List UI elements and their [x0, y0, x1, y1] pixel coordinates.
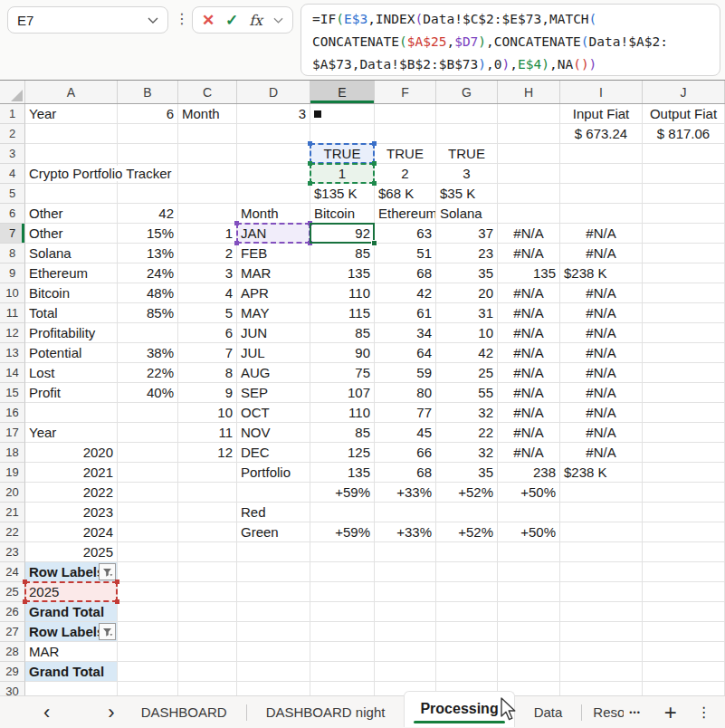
cell-D22[interactable]: Green [237, 522, 310, 542]
cell-F23[interactable] [375, 542, 436, 562]
cell-E21[interactable] [310, 503, 375, 522]
cell-D10[interactable]: APR [237, 283, 310, 303]
cell-B20[interactable] [118, 483, 178, 503]
cell-F3[interactable]: TRUE [375, 144, 436, 164]
cell-I30[interactable] [560, 682, 643, 695]
cell-F20[interactable]: +33% [375, 483, 436, 503]
cell-D29[interactable] [237, 662, 310, 682]
cell-A5[interactable] [25, 184, 118, 204]
cell-J18[interactable] [643, 443, 725, 463]
cell-I26[interactable] [560, 602, 643, 622]
row-header-15[interactable]: 15 [0, 383, 25, 403]
cell-J28[interactable] [643, 642, 725, 662]
row-header-30[interactable]: 30 [0, 682, 25, 695]
cell-D13[interactable]: JUL [237, 343, 310, 363]
row-header-6[interactable]: 6 [0, 204, 25, 224]
name-box-dropdown-icon[interactable] [148, 17, 158, 24]
cell-I3[interactable] [560, 144, 643, 164]
cell-B16[interactable] [118, 403, 178, 423]
cell-B11[interactable]: 85% [118, 303, 178, 323]
cell-H14[interactable]: #N/A [498, 363, 560, 383]
cell-B17[interactable] [118, 423, 178, 443]
cell-A3[interactable] [25, 144, 118, 164]
cell-F15[interactable]: 80 [375, 383, 436, 403]
cell-H28[interactable] [498, 642, 560, 662]
cell-G5[interactable]: $35 K [436, 184, 498, 204]
cell-D19[interactable]: Portfolio [237, 463, 310, 483]
cell-H7[interactable]: #N/A [498, 224, 560, 244]
cell-J20[interactable] [643, 483, 725, 503]
fill-handle[interactable] [371, 240, 377, 246]
row-header-13[interactable]: 13 [0, 343, 25, 363]
cell-J10[interactable] [643, 283, 725, 303]
sheet-tab-resou[interactable]: Resou [582, 696, 624, 728]
cell-G28[interactable] [436, 642, 498, 662]
cell-A16[interactable] [25, 403, 118, 423]
cell-E16[interactable]: 110 [310, 403, 375, 423]
row-header-26[interactable]: 26 [0, 602, 25, 622]
cell-B29[interactable] [118, 662, 178, 682]
cell-H8[interactable]: #N/A [498, 244, 560, 263]
cell-I16[interactable]: #N/A [560, 403, 643, 423]
cell-F7[interactable]: 63 [375, 224, 436, 244]
cell-J21[interactable] [643, 503, 725, 522]
cell-F14[interactable]: 59 [375, 363, 436, 383]
cell-G23[interactable] [436, 542, 498, 562]
cell-D1[interactable]: 3 [237, 104, 310, 124]
cell-B5[interactable] [118, 184, 178, 204]
cell-B21[interactable] [118, 503, 178, 522]
cell-D3[interactable] [237, 144, 310, 164]
cell-J17[interactable] [643, 423, 725, 443]
cell-A28[interactable]: MAR [25, 642, 118, 662]
add-sheet-icon[interactable]: + [664, 700, 677, 725]
cell-I25[interactable] [560, 582, 643, 602]
cell-E13[interactable]: 90 [310, 343, 375, 363]
cell-B15[interactable]: 40% [118, 383, 178, 403]
cell-D5[interactable] [237, 184, 310, 204]
sheet-tab-processing[interactable]: Processing [404, 691, 514, 727]
cell-E2[interactable] [310, 124, 375, 144]
cell-D27[interactable] [237, 622, 310, 642]
cell-J2[interactable]: $ 817.06 [643, 124, 725, 144]
cell-G6[interactable]: Solana [436, 204, 498, 224]
cell-I21[interactable] [560, 503, 643, 522]
cell-C29[interactable] [178, 662, 237, 682]
column-header-B[interactable]: B [118, 81, 178, 103]
cell-C3[interactable] [178, 144, 237, 164]
cell-A1[interactable]: Year [25, 104, 118, 124]
cell-E5[interactable]: $135 K [310, 184, 375, 204]
cell-H6[interactable] [498, 204, 560, 224]
row-header-8[interactable]: 8 [0, 244, 25, 263]
cell-F9[interactable]: 68 [375, 263, 436, 283]
cell-H22[interactable]: +50% [498, 522, 560, 542]
cell-C28[interactable] [178, 642, 237, 662]
cell-B13[interactable]: 38% [118, 343, 178, 363]
cell-B14[interactable]: 22% [118, 363, 178, 383]
cell-J25[interactable] [643, 582, 725, 602]
cell-D24[interactable] [237, 562, 310, 582]
row-header-1[interactable]: 1 [0, 104, 25, 124]
cell-F12[interactable]: 34 [375, 323, 436, 343]
cell-A4[interactable]: Crypto Portfolio Tracker [25, 164, 118, 184]
cell-G27[interactable] [436, 622, 498, 642]
cell-G8[interactable]: 23 [436, 244, 498, 263]
cell-E14[interactable]: 75 [310, 363, 375, 383]
cell-I28[interactable] [560, 642, 643, 662]
cell-E27[interactable] [310, 622, 375, 642]
cell-F13[interactable]: 64 [375, 343, 436, 363]
cell-B1[interactable]: 6 [118, 104, 178, 124]
cell-J5[interactable] [643, 184, 725, 204]
cell-D30[interactable] [237, 682, 310, 695]
row-header-23[interactable]: 23 [0, 542, 25, 562]
cell-C19[interactable] [178, 463, 237, 483]
cell-E12[interactable]: 85 [310, 323, 375, 343]
cell-D20[interactable] [237, 483, 310, 503]
cell-C9[interactable]: 3 [178, 263, 237, 283]
more-sheets-icon[interactable]: ••• [629, 708, 640, 717]
cell-G3[interactable]: TRUE [436, 144, 498, 164]
cell-I19[interactable]: $238 K [560, 463, 643, 483]
cell-F21[interactable] [375, 503, 436, 522]
cell-C17[interactable]: 11 [178, 423, 237, 443]
cell-A22[interactable]: 2024 [25, 522, 118, 542]
column-header-G[interactable]: G [436, 81, 498, 103]
